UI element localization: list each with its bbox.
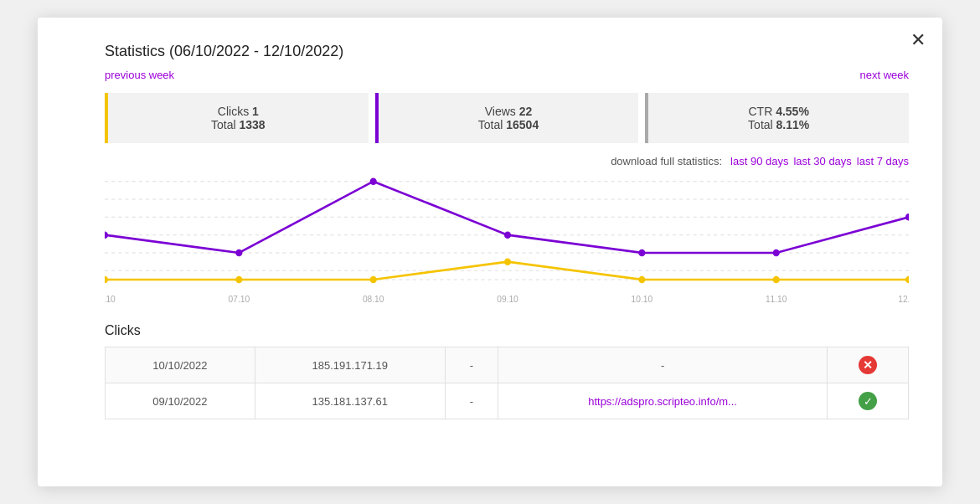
download-label: download full statistics: <box>611 155 722 167</box>
ctr-total: Total 8.11% <box>665 118 892 131</box>
svg-point-32 <box>638 276 645 284</box>
chart-area: 6 5 4 3 2 1 0 06.10 07.10 08.10 09.10 10… <box>105 172 909 306</box>
statistics-chart: 6 5 4 3 2 1 0 06.10 07.10 08.10 09.10 10… <box>105 172 909 306</box>
svg-point-28 <box>105 276 108 284</box>
clicks-table: 10/10/2022185.191.171.19--✕09/10/2022135… <box>105 347 909 419</box>
clicks-total: Total 1338 <box>125 118 352 131</box>
next-week-link[interactable]: next week <box>859 69 909 81</box>
statistics-modal: ✕ Statistics (06/10/2022 - 12/10/2022) p… <box>38 18 942 486</box>
download-row: download full statistics: last 90 days l… <box>105 155 909 167</box>
ctr-label: CTR 4.55% <box>665 105 892 118</box>
svg-point-22 <box>235 249 242 257</box>
svg-text:08.10: 08.10 <box>363 294 384 303</box>
views-total-value: 16504 <box>506 118 539 131</box>
svg-text:12.10: 12.10 <box>898 294 909 303</box>
svg-point-24 <box>504 231 511 239</box>
views-value: 22 <box>519 105 533 118</box>
svg-text:09.10: 09.10 <box>497 294 518 303</box>
svg-point-29 <box>235 276 242 284</box>
ctr-value: 4.55% <box>776 105 809 118</box>
close-button[interactable]: ✕ <box>910 31 926 49</box>
col3-cell: - <box>445 347 498 383</box>
svg-text:10.10: 10.10 <box>632 294 653 303</box>
svg-point-34 <box>905 276 909 284</box>
clicks-total-value: 1338 <box>239 118 265 131</box>
svg-point-21 <box>105 231 108 239</box>
date-cell: 10/10/2022 <box>106 347 255 383</box>
ctr-card: CTR 4.55% Total 8.11% <box>645 93 909 143</box>
last-7-days-link[interactable]: last 7 days <box>857 155 909 167</box>
svg-point-30 <box>370 276 377 284</box>
url-cell: - <box>498 347 828 383</box>
views-label: Views 22 <box>395 105 622 118</box>
table-row: 10/10/2022185.191.171.19--✕ <box>106 347 909 383</box>
ip-cell: 185.191.171.19 <box>255 347 445 383</box>
svg-point-27 <box>905 213 909 221</box>
stats-cards: Clicks 1 Total 1338 Views 22 Total 16504… <box>105 93 909 143</box>
clicks-card: Clicks 1 Total 1338 <box>105 93 369 143</box>
svg-point-31 <box>504 258 511 265</box>
url-cell: https://adspro.scripteo.info/m... <box>498 383 828 419</box>
ip-cell: 135.181.137.61 <box>255 383 445 419</box>
svg-point-33 <box>773 276 780 284</box>
status-red-icon: ✕ <box>859 356 877 374</box>
last-30-days-link[interactable]: last 30 days <box>793 155 851 167</box>
last-90-days-link[interactable]: last 90 days <box>730 155 788 167</box>
ctr-total-value: 8.11% <box>776 118 810 131</box>
svg-point-26 <box>773 249 780 257</box>
svg-text:06.10: 06.10 <box>105 294 116 303</box>
clicks-label: Clicks 1 <box>125 105 352 118</box>
status-cell: ✕ <box>828 347 909 383</box>
svg-text:07.10: 07.10 <box>229 294 250 303</box>
views-total: Total 16504 <box>395 118 622 131</box>
week-navigation: previous week next week <box>105 69 909 81</box>
svg-point-25 <box>638 249 645 257</box>
status-green-icon: ✓ <box>859 392 877 410</box>
status-cell: ✓ <box>828 383 909 419</box>
views-card: Views 22 Total 16504 <box>375 93 639 143</box>
date-cell: 09/10/2022 <box>106 383 255 419</box>
col3-cell: - <box>445 383 498 419</box>
clicks-section-title: Clicks <box>105 323 909 338</box>
svg-point-23 <box>370 177 377 185</box>
table-url-link[interactable]: https://adspro.scripteo.info/m... <box>588 395 737 408</box>
clicks-value: 1 <box>252 105 259 118</box>
svg-text:11.10: 11.10 <box>766 294 787 303</box>
previous-week-link[interactable]: previous week <box>105 69 174 81</box>
table-row: 09/10/2022135.181.137.61-https://adspro.… <box>106 383 909 419</box>
modal-title: Statistics (06/10/2022 - 12/10/2022) <box>105 43 909 60</box>
